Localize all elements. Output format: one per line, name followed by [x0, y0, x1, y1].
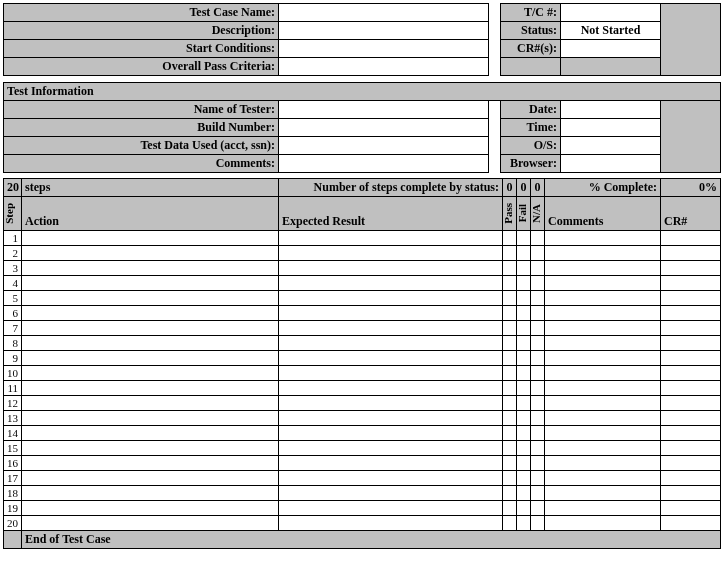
comments-value[interactable] — [279, 154, 489, 172]
expected-cell[interactable] — [279, 396, 503, 411]
cr-cell[interactable] — [661, 321, 721, 336]
action-cell[interactable] — [22, 501, 279, 516]
tc-num-value[interactable] — [561, 4, 661, 22]
na-cell[interactable] — [531, 516, 545, 531]
fail-cell[interactable] — [517, 411, 531, 426]
na-cell[interactable] — [531, 486, 545, 501]
na-cell[interactable] — [531, 411, 545, 426]
na-cell[interactable] — [531, 366, 545, 381]
row-comments-cell[interactable] — [545, 366, 661, 381]
cr-cell[interactable] — [661, 456, 721, 471]
expected-cell[interactable] — [279, 336, 503, 351]
test-data-used-value[interactable] — [279, 136, 489, 154]
na-cell[interactable] — [531, 456, 545, 471]
cr-cell[interactable] — [661, 276, 721, 291]
build-number-value[interactable] — [279, 118, 489, 136]
expected-cell[interactable] — [279, 306, 503, 321]
fail-cell[interactable] — [517, 366, 531, 381]
row-comments-cell[interactable] — [545, 276, 661, 291]
cr-cell[interactable] — [661, 261, 721, 276]
pass-cell[interactable] — [503, 426, 517, 441]
fail-cell[interactable] — [517, 246, 531, 261]
na-cell[interactable] — [531, 426, 545, 441]
cr-cell[interactable] — [661, 366, 721, 381]
cr-cell[interactable] — [661, 441, 721, 456]
cr-cell[interactable] — [661, 396, 721, 411]
row-comments-cell[interactable] — [545, 486, 661, 501]
pass-cell[interactable] — [503, 366, 517, 381]
os-value[interactable] — [561, 136, 661, 154]
cr-cell[interactable] — [661, 381, 721, 396]
action-cell[interactable] — [22, 381, 279, 396]
action-cell[interactable] — [22, 231, 279, 246]
cr-cell[interactable] — [661, 426, 721, 441]
na-cell[interactable] — [531, 291, 545, 306]
expected-cell[interactable] — [279, 261, 503, 276]
na-cell[interactable] — [531, 246, 545, 261]
pass-cell[interactable] — [503, 276, 517, 291]
pass-cell[interactable] — [503, 516, 517, 531]
expected-cell[interactable] — [279, 426, 503, 441]
expected-cell[interactable] — [279, 351, 503, 366]
row-comments-cell[interactable] — [545, 426, 661, 441]
fail-cell[interactable] — [517, 441, 531, 456]
cr-cell[interactable] — [661, 351, 721, 366]
pass-cell[interactable] — [503, 411, 517, 426]
description-value[interactable] — [279, 22, 489, 40]
row-comments-cell[interactable] — [545, 246, 661, 261]
pass-cell[interactable] — [503, 381, 517, 396]
fail-cell[interactable] — [517, 471, 531, 486]
row-comments-cell[interactable] — [545, 501, 661, 516]
action-cell[interactable] — [22, 336, 279, 351]
fail-cell[interactable] — [517, 426, 531, 441]
date-value[interactable] — [561, 100, 661, 118]
action-cell[interactable] — [22, 456, 279, 471]
cr-cell[interactable] — [661, 411, 721, 426]
expected-cell[interactable] — [279, 381, 503, 396]
row-comments-cell[interactable] — [545, 231, 661, 246]
cr-cell[interactable] — [661, 246, 721, 261]
expected-cell[interactable] — [279, 486, 503, 501]
pass-cell[interactable] — [503, 501, 517, 516]
test-case-name-value[interactable] — [279, 4, 489, 22]
fail-cell[interactable] — [517, 261, 531, 276]
pass-cell[interactable] — [503, 261, 517, 276]
expected-cell[interactable] — [279, 516, 503, 531]
cr-cell[interactable] — [661, 291, 721, 306]
row-comments-cell[interactable] — [545, 261, 661, 276]
name-of-tester-value[interactable] — [279, 100, 489, 118]
action-cell[interactable] — [22, 321, 279, 336]
action-cell[interactable] — [22, 471, 279, 486]
row-comments-cell[interactable] — [545, 381, 661, 396]
fail-cell[interactable] — [517, 351, 531, 366]
action-cell[interactable] — [22, 261, 279, 276]
na-cell[interactable] — [531, 351, 545, 366]
na-cell[interactable] — [531, 471, 545, 486]
action-cell[interactable] — [22, 516, 279, 531]
action-cell[interactable] — [22, 486, 279, 501]
pass-cell[interactable] — [503, 486, 517, 501]
row-comments-cell[interactable] — [545, 351, 661, 366]
cr-cell[interactable] — [661, 231, 721, 246]
browser-value[interactable] — [561, 154, 661, 172]
cr-cell[interactable] — [661, 486, 721, 501]
cr-nums-value[interactable] — [561, 40, 661, 58]
cr-cell[interactable] — [661, 336, 721, 351]
pass-cell[interactable] — [503, 306, 517, 321]
fail-cell[interactable] — [517, 381, 531, 396]
fail-cell[interactable] — [517, 516, 531, 531]
row-comments-cell[interactable] — [545, 471, 661, 486]
na-cell[interactable] — [531, 306, 545, 321]
row-comments-cell[interactable] — [545, 306, 661, 321]
action-cell[interactable] — [22, 366, 279, 381]
fail-cell[interactable] — [517, 291, 531, 306]
row-comments-cell[interactable] — [545, 321, 661, 336]
expected-cell[interactable] — [279, 471, 503, 486]
pass-cell[interactable] — [503, 336, 517, 351]
pass-cell[interactable] — [503, 231, 517, 246]
row-comments-cell[interactable] — [545, 411, 661, 426]
row-comments-cell[interactable] — [545, 291, 661, 306]
row-comments-cell[interactable] — [545, 456, 661, 471]
time-value[interactable] — [561, 118, 661, 136]
na-cell[interactable] — [531, 321, 545, 336]
